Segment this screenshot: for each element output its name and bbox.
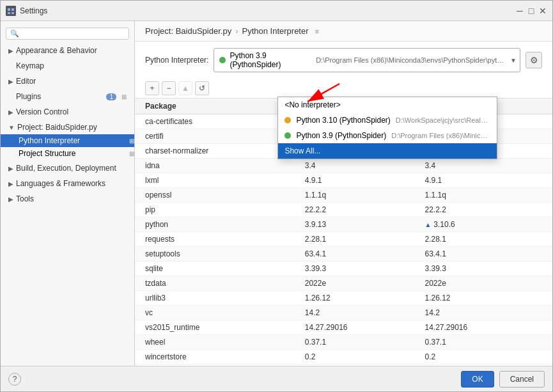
dropdown-py39[interactable]: Python 3.9 (PythonSpider) D:\Program Fil… [278, 128, 497, 143]
plugins-badge: 1 [106, 93, 116, 100]
ok-button[interactable]: OK [461, 371, 494, 388]
table-row[interactable]: vs2015_runtime14.27.2901614.27.29016 [135, 320, 552, 335]
package-latest: 2.28.1 [414, 232, 552, 247]
package-latest: 3.4 [414, 159, 552, 173]
package-version: 14.2 [295, 306, 415, 320]
sidebar-item-editor[interactable]: ▶ Editor [1, 74, 134, 88]
bottom-right: OK Cancel [461, 371, 545, 388]
table-row[interactable]: sqlite3.39.33.39.3 [135, 262, 552, 276]
py39-path: D:\Program Files (x86)\Miniconda3\envs\P… [391, 132, 490, 139]
interpreter-dropdown[interactable]: <No interpreter> Python 3.10 (PythonSpid… [277, 97, 497, 159]
package-latest: 14.27.29016 [414, 320, 552, 335]
version-upgrade-wrapper: ▲3.10.6 [424, 220, 542, 229]
package-latest: 63.4.1 [414, 247, 552, 262]
help-button[interactable]: ? [8, 373, 21, 386]
table-row[interactable]: python3.9.13▲3.10.6 [135, 217, 552, 232]
sidebar-item-version-control[interactable]: ▶ Version Control [1, 105, 134, 119]
interpreter-select[interactable]: Python 3.9 (PythonSpider) D:\Program Fil… [214, 48, 520, 72]
gear-button[interactable]: ⚙ [526, 52, 542, 68]
sidebar-item-project[interactable]: ▼ Project: BaiduSpider.py [1, 120, 134, 134]
sidebar-version-control-section: ▶ Version Control [1, 105, 134, 119]
dropdown-no-interpreter[interactable]: <No interpreter> [278, 97, 497, 113]
package-version: 2.28.1 [295, 232, 415, 247]
package-name: certifi [135, 129, 295, 144]
package-latest: 0.37.1 [414, 335, 552, 350]
sidebar-item-build[interactable]: ▶ Build, Execution, Deployment [1, 161, 134, 175]
table-row[interactable]: vc14.214.2 [135, 306, 552, 320]
table-row[interactable]: wincertstore0.20.2 [135, 350, 552, 365]
expand-arrow-project: ▼ [8, 124, 15, 131]
table-row[interactable]: setuptools63.4.163.4.1 [135, 247, 552, 262]
package-latest: 14.2 [414, 306, 552, 320]
package-latest: 3.39.3 [414, 262, 552, 276]
package-version: 3.9.13 [295, 217, 415, 232]
table-row[interactable]: idna3.43.4 [135, 159, 552, 173]
package-name: setuptools [135, 247, 295, 262]
package-version: 0.37.1 [295, 335, 415, 350]
sidebar-item-keymap[interactable]: Keymap [1, 59, 134, 73]
package-latest: 4.9.1 [414, 173, 552, 188]
package-name: idna [135, 159, 295, 173]
bottom-left: ? [8, 373, 21, 386]
svg-rect-2 [12, 8, 14, 11]
table-row[interactable]: urllib31.26.121.26.12 [135, 291, 552, 306]
sidebar-project-section: ▼ Project: BaiduSpider.py Python Interpr… [1, 120, 134, 160]
package-name: vs2015_runtime [135, 320, 295, 335]
table-row[interactable]: openssl1.1.1q1.1.1q [135, 188, 552, 203]
sidebar-plugins-section: Plugins 1 ⊞ [1, 90, 134, 104]
sidebar-item-plugins[interactable]: Plugins 1 ⊞ [1, 90, 134, 104]
sidebar-languages-section: ▶ Languages & Frameworks [1, 176, 134, 191]
sidebar-build-section: ▶ Build, Execution, Deployment [1, 161, 134, 175]
breadcrumb-separator: › [235, 26, 238, 36]
plugins-icon: ⊞ [121, 93, 127, 100]
package-name: wheel [135, 335, 295, 350]
sidebar-keymap-section: Keymap [1, 59, 134, 73]
maximize-button[interactable]: □ [527, 6, 536, 15]
sidebar-search-input[interactable] [19, 30, 125, 38]
svg-rect-0 [6, 6, 16, 16]
sidebar-item-python-interpreter[interactable]: Python Interpreter ⊞ [1, 134, 134, 147]
sidebar-item-plugins-label: Plugins [16, 92, 41, 101]
package-version: 0.2 [295, 350, 415, 365]
expand-arrow-languages: ▶ [8, 180, 13, 187]
table-row[interactable]: lxml4.9.14.9.1 [135, 173, 552, 188]
interpreter-selected-path: D:\Program Files (x86)\Miniconda3\envs\P… [316, 56, 504, 64]
sidebar-item-editor-label: Editor [16, 77, 36, 86]
breadcrumb-project: Project: BaiduSpider.py [145, 26, 231, 36]
sidebar-item-languages[interactable]: ▶ Languages & Frameworks [1, 176, 134, 191]
sidebar-item-appearance[interactable]: ▶ Appearance & Behavior [1, 43, 134, 58]
dropdown-show-all[interactable]: Show All... [278, 143, 497, 159]
reload-packages-button[interactable]: ↺ [195, 81, 209, 95]
py39-name: Python 3.9 (PythonSpider) [296, 131, 386, 140]
package-name: requests [135, 232, 295, 247]
package-version: 3.39.3 [295, 262, 415, 276]
dropdown-py310[interactable]: Python 3.10 (PythonSpider) D:\WorkSpace\… [278, 113, 497, 128]
package-version: 14.27.29016 [295, 320, 415, 335]
package-name: charset-normalizer [135, 144, 295, 159]
py39-status-dot [284, 132, 291, 139]
sidebar-item-tools[interactable]: ▶ Tools [1, 192, 134, 206]
minimize-button[interactable]: ─ [515, 6, 524, 15]
table-row[interactable]: wheel0.37.10.37.1 [135, 335, 552, 350]
close-button[interactable]: ✕ [538, 6, 547, 15]
add-package-button[interactable]: + [145, 81, 159, 95]
remove-package-button[interactable]: − [162, 81, 176, 95]
show-all-label: Show All... [284, 146, 320, 155]
package-latest: 0.2 [414, 350, 552, 365]
sidebar-item-project-structure[interactable]: Project Structure ⊞ [1, 147, 134, 160]
table-row[interactable]: requests2.28.12.28.1 [135, 232, 552, 247]
table-row[interactable]: pip22.2.222.2.2 [135, 203, 552, 217]
package-version: 3.4 [295, 159, 415, 173]
cancel-button[interactable]: Cancel [499, 371, 545, 388]
sidebar-search-box[interactable]: 🔍 [6, 27, 129, 40]
sidebar-item-appearance-label: Appearance & Behavior [16, 46, 97, 55]
sidebar-python-interpreter-label: Python Interpreter [19, 136, 80, 145]
expand-arrow-editor: ▶ [8, 78, 13, 85]
interpreter-selected-name: Python 3.9 (PythonSpider) [230, 51, 312, 69]
sidebar-item-vc-label: Version Control [16, 107, 68, 116]
package-latest: 1.1.1q [414, 188, 552, 203]
svg-rect-3 [8, 12, 10, 14]
package-latest: ▲3.10.6 [414, 217, 552, 232]
up-package-button[interactable]: ▲ [178, 81, 192, 95]
table-row[interactable]: tzdata2022e2022e [135, 276, 552, 291]
